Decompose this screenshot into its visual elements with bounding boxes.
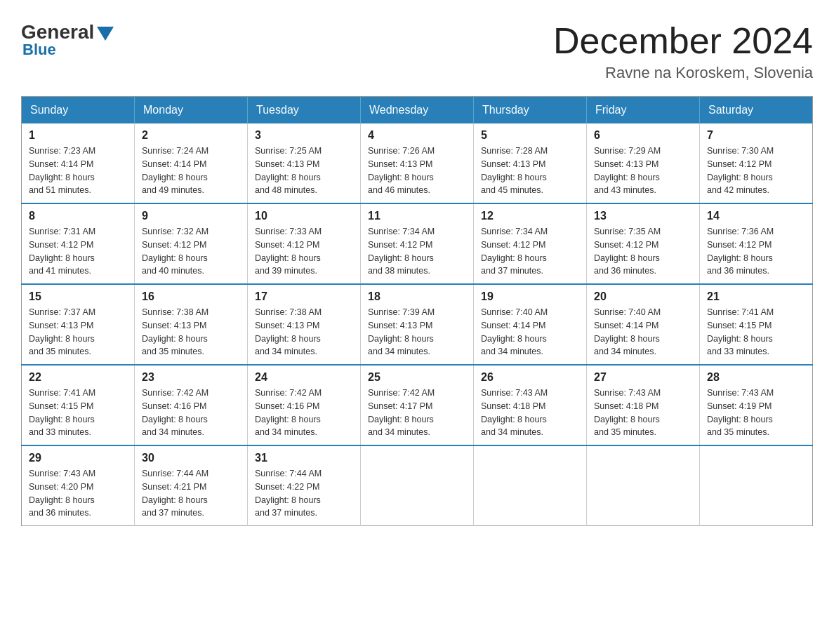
header-tuesday: Tuesday [248,97,361,124]
day-number: 28 [707,371,805,384]
calendar-cell: 22Sunrise: 7:41 AMSunset: 4:15 PMDayligh… [22,365,135,445]
day-info: Sunrise: 7:41 AMSunset: 4:15 PMDaylight:… [707,306,805,358]
calendar-cell: 27Sunrise: 7:43 AMSunset: 4:18 PMDayligh… [587,365,700,445]
day-number: 11 [368,210,466,222]
day-number: 23 [142,371,240,384]
day-info: Sunrise: 7:34 AMSunset: 4:12 PMDaylight:… [368,225,466,278]
calendar-cell: 5Sunrise: 7:28 AMSunset: 4:13 PMDaylight… [474,123,587,203]
day-number: 6 [594,129,692,142]
calendar-week-row: 1Sunrise: 7:23 AMSunset: 4:14 PMDaylight… [22,123,813,203]
calendar-cell: 1Sunrise: 7:23 AMSunset: 4:14 PMDaylight… [22,123,135,203]
calendar-cell [474,445,587,526]
day-number: 10 [255,210,353,222]
day-info: Sunrise: 7:28 AMSunset: 4:13 PMDaylight:… [481,145,579,197]
day-info: Sunrise: 7:40 AMSunset: 4:14 PMDaylight:… [594,306,692,358]
header-sunday: Sunday [22,97,135,124]
day-number: 18 [368,290,466,303]
day-number: 9 [142,210,240,222]
day-number: 17 [255,290,353,303]
day-info: Sunrise: 7:36 AMSunset: 4:12 PMDaylight:… [707,225,805,278]
calendar-cell: 16Sunrise: 7:38 AMSunset: 4:13 PMDayligh… [135,284,248,365]
logo-arrow-icon [97,27,114,41]
day-info: Sunrise: 7:39 AMSunset: 4:13 PMDaylight:… [368,306,466,358]
calendar-cell: 11Sunrise: 7:34 AMSunset: 4:12 PMDayligh… [361,203,474,284]
day-info: Sunrise: 7:33 AMSunset: 4:12 PMDaylight:… [255,225,353,278]
day-info: Sunrise: 7:43 AMSunset: 4:19 PMDaylight:… [707,387,805,439]
day-info: Sunrise: 7:41 AMSunset: 4:15 PMDaylight:… [29,387,127,439]
day-number: 31 [255,452,353,464]
day-number: 12 [481,210,579,222]
day-info: Sunrise: 7:37 AMSunset: 4:13 PMDaylight:… [29,306,127,358]
calendar-cell: 31Sunrise: 7:44 AMSunset: 4:22 PMDayligh… [248,445,361,526]
day-info: Sunrise: 7:23 AMSunset: 4:14 PMDaylight:… [29,145,127,197]
day-number: 26 [481,371,579,384]
day-info: Sunrise: 7:25 AMSunset: 4:13 PMDaylight:… [255,145,353,197]
calendar-cell: 2Sunrise: 7:24 AMSunset: 4:14 PMDaylight… [135,123,248,203]
calendar-cell: 20Sunrise: 7:40 AMSunset: 4:14 PMDayligh… [587,284,700,365]
day-info: Sunrise: 7:32 AMSunset: 4:12 PMDaylight:… [142,225,240,278]
header-monday: Monday [135,97,248,124]
title-block: December 2024 Ravne na Koroskem, Sloveni… [553,21,813,82]
calendar-cell [587,445,700,526]
day-number: 24 [255,371,353,384]
day-info: Sunrise: 7:38 AMSunset: 4:13 PMDaylight:… [142,306,240,358]
day-number: 29 [29,452,127,464]
day-info: Sunrise: 7:42 AMSunset: 4:16 PMDaylight:… [255,387,353,439]
calendar-cell: 15Sunrise: 7:37 AMSunset: 4:13 PMDayligh… [22,284,135,365]
logo-blue: Blue [22,41,56,59]
calendar-week-row: 29Sunrise: 7:43 AMSunset: 4:20 PMDayligh… [22,445,813,526]
day-info: Sunrise: 7:43 AMSunset: 4:18 PMDaylight:… [481,387,579,439]
header-saturday: Saturday [700,97,813,124]
day-number: 30 [142,452,240,464]
page-title: December 2024 [553,21,813,61]
day-number: 5 [481,129,579,142]
day-info: Sunrise: 7:35 AMSunset: 4:12 PMDaylight:… [594,225,692,278]
calendar-cell: 25Sunrise: 7:42 AMSunset: 4:17 PMDayligh… [361,365,474,445]
weekday-header-row: Sunday Monday Tuesday Wednesday Thursday… [22,97,813,124]
calendar-week-row: 8Sunrise: 7:31 AMSunset: 4:12 PMDaylight… [22,203,813,284]
logo: General Blue [21,21,114,59]
header-friday: Friday [587,97,700,124]
calendar-cell: 10Sunrise: 7:33 AMSunset: 4:12 PMDayligh… [248,203,361,284]
calendar-cell: 28Sunrise: 7:43 AMSunset: 4:19 PMDayligh… [700,365,813,445]
calendar-cell: 13Sunrise: 7:35 AMSunset: 4:12 PMDayligh… [587,203,700,284]
calendar-cell: 18Sunrise: 7:39 AMSunset: 4:13 PMDayligh… [361,284,474,365]
calendar-cell: 24Sunrise: 7:42 AMSunset: 4:16 PMDayligh… [248,365,361,445]
day-number: 13 [594,210,692,222]
calendar-cell: 23Sunrise: 7:42 AMSunset: 4:16 PMDayligh… [135,365,248,445]
calendar-cell: 3Sunrise: 7:25 AMSunset: 4:13 PMDaylight… [248,123,361,203]
day-number: 3 [255,129,353,142]
day-info: Sunrise: 7:38 AMSunset: 4:13 PMDaylight:… [255,306,353,358]
calendar-cell [700,445,813,526]
day-number: 27 [594,371,692,384]
day-number: 8 [29,210,127,222]
calendar-cell: 29Sunrise: 7:43 AMSunset: 4:20 PMDayligh… [22,445,135,526]
day-number: 19 [481,290,579,303]
day-info: Sunrise: 7:42 AMSunset: 4:17 PMDaylight:… [368,387,466,439]
day-number: 16 [142,290,240,303]
calendar-cell: 14Sunrise: 7:36 AMSunset: 4:12 PMDayligh… [700,203,813,284]
day-info: Sunrise: 7:30 AMSunset: 4:12 PMDaylight:… [707,145,805,197]
day-info: Sunrise: 7:29 AMSunset: 4:13 PMDaylight:… [594,145,692,197]
calendar-cell: 26Sunrise: 7:43 AMSunset: 4:18 PMDayligh… [474,365,587,445]
day-number: 1 [29,129,127,142]
calendar-cell: 17Sunrise: 7:38 AMSunset: 4:13 PMDayligh… [248,284,361,365]
day-info: Sunrise: 7:43 AMSunset: 4:18 PMDaylight:… [594,387,692,439]
header-wednesday: Wednesday [361,97,474,124]
day-number: 22 [29,371,127,384]
day-number: 21 [707,290,805,303]
header-thursday: Thursday [474,97,587,124]
page-header: General Blue December 2024 Ravne na Koro… [21,21,813,82]
day-info: Sunrise: 7:24 AMSunset: 4:14 PMDaylight:… [142,145,240,197]
calendar-cell: 9Sunrise: 7:32 AMSunset: 4:12 PMDaylight… [135,203,248,284]
day-number: 7 [707,129,805,142]
day-info: Sunrise: 7:34 AMSunset: 4:12 PMDaylight:… [481,225,579,278]
calendar-cell: 6Sunrise: 7:29 AMSunset: 4:13 PMDaylight… [587,123,700,203]
day-number: 15 [29,290,127,303]
day-number: 14 [707,210,805,222]
day-info: Sunrise: 7:44 AMSunset: 4:21 PMDaylight:… [142,467,240,520]
calendar-cell: 7Sunrise: 7:30 AMSunset: 4:12 PMDaylight… [700,123,813,203]
day-number: 2 [142,129,240,142]
day-info: Sunrise: 7:31 AMSunset: 4:12 PMDaylight:… [29,225,127,278]
calendar-cell [361,445,474,526]
